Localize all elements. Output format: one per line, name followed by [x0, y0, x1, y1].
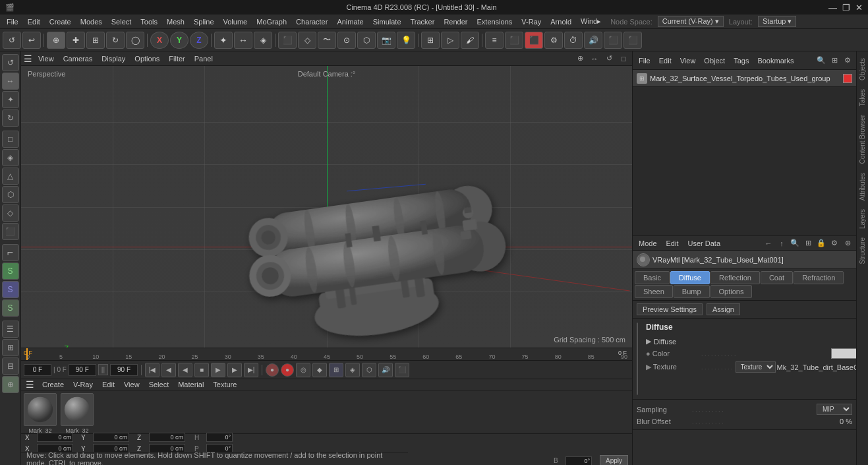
attr-up-icon[interactable]: ↑ — [776, 237, 788, 249]
attr-menu-edit[interactable]: Edit — [663, 238, 682, 249]
mat-tab-refraction[interactable]: Refraction — [794, 271, 844, 284]
menu-spline[interactable]: Spline — [190, 16, 218, 27]
vp-menu-panel[interactable]: Panel — [191, 53, 216, 64]
far-tab-takes[interactable]: Takes — [857, 85, 867, 110]
menu-extensions[interactable]: Extensions — [473, 16, 516, 27]
menu-tools[interactable]: Tools — [136, 16, 161, 27]
render-preview-button[interactable]: ⬛ — [505, 32, 523, 49]
move-button[interactable]: ✦ — [214, 32, 233, 49]
key-button[interactable]: ◆ — [312, 363, 327, 377]
goto-first-button[interactable]: |◀ — [145, 363, 159, 377]
attr-menu-userdata[interactable]: User Data — [685, 238, 724, 249]
polygon-button[interactable]: ◇ — [298, 32, 316, 49]
mat-menu-icon[interactable]: ☰ — [24, 379, 36, 390]
menu-select[interactable]: Select — [107, 16, 136, 27]
layer-button[interactable]: ≡ — [485, 32, 504, 49]
rp-settings-icon[interactable]: ⚙ — [842, 55, 854, 67]
vp-icon-2[interactable]: ↔ — [589, 53, 600, 65]
sound-button[interactable]: 🔊 — [584, 32, 602, 49]
far-tab-attributes[interactable]: Attributes — [857, 169, 867, 204]
menu-render[interactable]: Render — [440, 16, 471, 27]
vp-icon-1[interactable]: ⊕ — [574, 53, 586, 65]
rp-menu-tags[interactable]: Tags — [730, 55, 752, 66]
material-item-1[interactable]: Mark_32 — [24, 393, 57, 434]
viewport-3d[interactable]: X Z Y Perspective Default Camera :° Grid… — [21, 66, 632, 348]
extra1-button[interactable]: ⬛ — [604, 32, 622, 49]
object-color-swatch[interactable] — [843, 74, 852, 83]
render-button[interactable]: ⬛ — [525, 32, 543, 49]
rot-h-input[interactable] — [206, 433, 233, 442]
rotate-button[interactable]: ↻ — [106, 32, 125, 49]
motion-button[interactable]: ◎ — [296, 363, 310, 377]
mat-menu-material[interactable]: Material — [175, 379, 207, 390]
selection-button[interactable]: ▷ — [441, 32, 459, 49]
frame-preview-end[interactable] — [110, 364, 138, 376]
mat-menu-edit[interactable]: Edit — [99, 379, 118, 390]
left-tool-5[interactable]: □ — [2, 131, 19, 148]
left-tool-11[interactable]: ⌐ — [2, 244, 19, 261]
rp-menu-bookmarks[interactable]: Bookmarks — [754, 55, 797, 66]
rot-b-input[interactable] — [565, 456, 592, 466]
menu-file[interactable]: File — [3, 16, 22, 27]
redo-button[interactable]: ↩ — [22, 32, 41, 49]
left-tool-15[interactable]: ☰ — [2, 321, 19, 338]
menu-arnold[interactable]: Arnold — [546, 16, 575, 27]
mat-menu-create[interactable]: Create — [39, 379, 67, 390]
menu-mesh[interactable]: Mesh — [163, 16, 188, 27]
attr-lock-icon[interactable]: 🔒 — [815, 237, 827, 249]
pos-x-input[interactable] — [37, 433, 73, 442]
undo-button[interactable]: ↺ — [3, 32, 21, 49]
prev-play-button[interactable]: ◀ — [178, 363, 192, 377]
left-tool-3[interactable]: ✦ — [2, 91, 19, 108]
rp-menu-object[interactable]: Object — [701, 55, 728, 66]
y-axis-button[interactable]: Y — [170, 32, 188, 49]
rp-menu-edit[interactable]: Edit — [656, 55, 675, 66]
mat-menu-view[interactable]: View — [121, 379, 143, 390]
mat-menu-vray[interactable]: V-Ray — [70, 379, 96, 390]
scale-button[interactable]: ↔ — [234, 32, 252, 49]
light-button[interactable]: 💡 — [397, 32, 415, 49]
audio-button[interactable]: 🔊 — [378, 363, 393, 377]
rp-menu-view[interactable]: View — [677, 55, 699, 66]
rp-menu-file[interactable]: File — [635, 55, 654, 66]
color-picker[interactable] — [831, 348, 856, 359]
mat-tab-reflection[interactable]: Reflection — [710, 271, 760, 284]
left-tool-8[interactable]: ⬡ — [2, 186, 19, 203]
menu-modes[interactable]: Modes — [76, 16, 106, 27]
menu-node-space-value[interactable]: Current (V-Ray) ▾ — [658, 16, 724, 27]
attr-menu-mode[interactable]: Mode — [635, 238, 660, 249]
spline-button[interactable]: 〜 — [318, 32, 336, 49]
next-frame-button[interactable]: ▶ — [227, 363, 242, 377]
far-tab-content-browser[interactable]: Content Browser — [857, 111, 867, 168]
circle-button[interactable]: ◯ — [126, 32, 144, 49]
pos-y-input[interactable] — [93, 433, 129, 442]
left-tool-9[interactable]: ◇ — [2, 204, 19, 222]
assign-button[interactable]: Assign — [707, 303, 740, 315]
far-tab-objects[interactable]: Objects — [857, 54, 867, 84]
menu-create[interactable]: Create — [45, 16, 75, 27]
morph-button[interactable]: ◈ — [345, 363, 360, 377]
vp-icon-4[interactable]: □ — [618, 53, 629, 65]
left-tool-12[interactable]: S — [2, 263, 19, 280]
generator-button[interactable]: ⊙ — [337, 32, 356, 49]
add-object-button[interactable]: ✚ — [67, 32, 85, 49]
frame-end-input[interactable] — [69, 364, 96, 376]
vp-menu-cameras[interactable]: Cameras — [60, 53, 96, 64]
autokey-button[interactable]: ● — [266, 363, 279, 377]
left-tool-14[interactable]: S — [2, 299, 19, 317]
mat-tab-options[interactable]: Options — [710, 285, 753, 298]
menu-tracker[interactable]: Tracker — [407, 16, 439, 27]
attr-expand-icon[interactable]: ⊕ — [842, 237, 854, 249]
snap-button[interactable]: ⊞ — [421, 32, 440, 49]
left-tool-10[interactable]: ⬛ — [2, 223, 19, 240]
material-item-2[interactable]: Mark_32 — [61, 393, 94, 434]
mat-tab-bump[interactable]: Bump — [674, 285, 710, 298]
attr-settings-icon[interactable]: ⚙ — [828, 237, 840, 249]
left-tool-16[interactable]: ⊞ — [2, 339, 19, 356]
group-button[interactable]: ⊞ — [86, 32, 105, 49]
vp-menu-icon[interactable]: ☰ — [24, 53, 32, 64]
attr-back-icon[interactable]: ← — [763, 237, 774, 249]
left-tool-4[interactable]: ↻ — [2, 109, 19, 127]
menu-character[interactable]: Character — [292, 16, 332, 27]
left-tool-18[interactable]: ⊕ — [2, 376, 19, 393]
